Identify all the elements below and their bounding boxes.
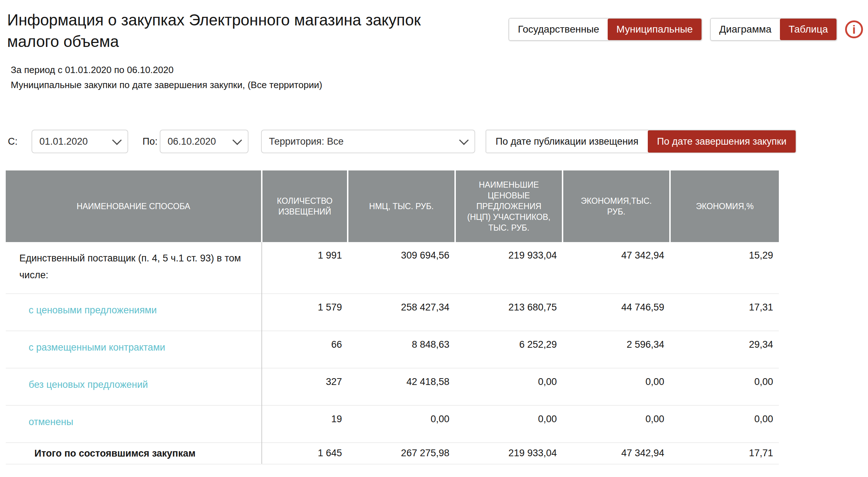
- date-to-label: По:: [143, 130, 158, 153]
- row-name: отменены: [6, 405, 262, 443]
- row-name: с ценовыми предложениями: [6, 294, 262, 331]
- toggle-date-mode: По дате публикации извещения По дате зав…: [486, 130, 796, 153]
- procurement-table: НАИМЕНОВАНИЕ СПОСОБА КОЛИЧЕСТВО ИЗВЕЩЕНИ…: [6, 170, 779, 464]
- chevron-down-icon: [232, 135, 242, 145]
- cell-value: 17,71: [670, 443, 779, 464]
- table-header-row: НАИМЕНОВАНИЕ СПОСОБА КОЛИЧЕСТВО ИЗВЕЩЕНИ…: [6, 170, 779, 242]
- cell-value: 6 252,29: [455, 331, 563, 368]
- cell-value: 8 848,63: [348, 331, 455, 368]
- info-icon[interactable]: i: [845, 20, 863, 38]
- date-to-value: 06.10.2020: [168, 136, 216, 147]
- chevron-down-icon: [459, 135, 469, 145]
- cell-value: 0,00: [348, 405, 455, 443]
- cell-value: 2 596,34: [563, 331, 670, 368]
- total-row-name: Итого по состоявшимся закупкам: [6, 443, 262, 464]
- col-header-savings-pct: ЭКОНОМИЯ,%: [670, 170, 779, 242]
- toggle-state-button[interactable]: Государственные: [509, 19, 608, 40]
- row-name: Единственный поставщик (п. 4, 5 ч.1 ст. …: [6, 242, 262, 294]
- col-header-method: НАИМЕНОВАНИЕ СПОСОБА: [6, 170, 262, 242]
- col-header-lowest-offers: НАИМЕНЬШИЕ ЦЕНОВЫЕ ПРЕДЛОЖЕНИЯ (НЦП) УЧА…: [455, 170, 563, 242]
- cell-value: 327: [262, 368, 348, 405]
- row-name: без ценовых предложений: [6, 368, 262, 405]
- toggle-municipal-button[interactable]: Муниципальные: [608, 19, 701, 40]
- cell-value: 1 579: [262, 294, 348, 331]
- cell-value: 66: [262, 331, 348, 368]
- row-link-cancelled[interactable]: отменены: [29, 416, 73, 427]
- toggle-diagram-button[interactable]: Диаграмма: [711, 19, 780, 40]
- scope-text: Муниципальные закупки по дате завершения…: [11, 80, 322, 91]
- toggle-completion-date-button[interactable]: По дате завершения закупки: [648, 130, 796, 153]
- date-from-value: 01.01.2020: [39, 136, 88, 147]
- table-row: без ценовых предложений 327 42 418,58 0,…: [6, 368, 779, 405]
- table-row: с ценовыми предложениями 1 579 258 427,3…: [6, 294, 779, 331]
- table-row: отменены 19 0,00 0,00 0,00 0,00: [6, 405, 779, 443]
- cell-value: 213 680,75: [455, 294, 563, 331]
- cell-value: 0,00: [563, 405, 670, 443]
- cell-value: 1 645: [262, 443, 348, 464]
- date-from-select[interactable]: 01.01.2020: [32, 130, 128, 153]
- cell-value: 219 933,04: [455, 242, 563, 294]
- period-text: За период с 01.01.2020 по 06.10.2020: [11, 64, 174, 76]
- territory-value: Территория: Все: [269, 136, 343, 147]
- cell-value: 1 991: [262, 242, 348, 294]
- row-link-with-contracts[interactable]: с размещенными контрактами: [29, 342, 165, 353]
- cell-value: 44 746,59: [563, 294, 670, 331]
- cell-value: 15,29: [670, 242, 779, 294]
- col-header-nmc: НМЦ, ТЫС. РУБ.: [348, 170, 455, 242]
- table-total-row: Итого по состоявшимся закупкам 1 645 267…: [6, 443, 779, 464]
- chevron-down-icon: [112, 135, 122, 145]
- date-to-select[interactable]: 06.10.2020: [160, 130, 249, 153]
- toggle-publication-date-button[interactable]: По дате публикации извещения: [486, 130, 648, 153]
- cell-value: 0,00: [670, 368, 779, 405]
- cell-value: 47 342,94: [563, 242, 670, 294]
- table-row: с размещенными контрактами 66 8 848,63 6…: [6, 331, 779, 368]
- cell-value: 17,31: [670, 294, 779, 331]
- toggle-purchase-level: Государственные Муниципальные: [508, 18, 702, 41]
- row-name: с размещенными контрактами: [6, 331, 262, 368]
- page: Информация о закупках Электронного магаз…: [0, 0, 868, 477]
- cell-value: 309 694,56: [348, 242, 455, 294]
- cell-value: 29,34: [670, 331, 779, 368]
- cell-value: 219 933,04: [455, 443, 563, 464]
- cell-value: 0,00: [670, 405, 779, 443]
- row-link-with-price-offers[interactable]: с ценовыми предложениями: [29, 305, 157, 315]
- cell-value: 258 427,34: [348, 294, 455, 331]
- table-row: Единственный поставщик (п. 4, 5 ч.1 ст. …: [6, 242, 779, 294]
- cell-value: 42 418,58: [348, 368, 455, 405]
- row-link-no-price-offers[interactable]: без ценовых предложений: [29, 379, 148, 390]
- cell-value: 267 275,98: [348, 443, 455, 464]
- filter-bar: С: 01.01.2020 По: 06.10.2020 Территория:…: [0, 130, 868, 153]
- date-from-label: С:: [8, 130, 18, 153]
- cell-value: 0,00: [563, 368, 670, 405]
- toggle-view-mode: Диаграмма Таблица: [710, 18, 837, 41]
- cell-value: 0,00: [455, 368, 563, 405]
- cell-value: 47 342,94: [563, 443, 670, 464]
- col-header-savings-rub: ЭКОНОМИЯ,ТЫС. РУБ.: [563, 170, 670, 242]
- territory-select[interactable]: Территория: Все: [261, 130, 475, 153]
- page-title: Информация о закупках Электронного магаз…: [7, 9, 423, 52]
- toggle-table-button[interactable]: Таблица: [780, 19, 836, 40]
- top-controls: Государственные Муниципальные Диаграмма …: [508, 18, 863, 41]
- col-header-notices: КОЛИЧЕСТВО ИЗВЕЩЕНИЙ: [262, 170, 348, 242]
- cell-value: 19: [262, 405, 348, 443]
- cell-value: 0,00: [455, 405, 563, 443]
